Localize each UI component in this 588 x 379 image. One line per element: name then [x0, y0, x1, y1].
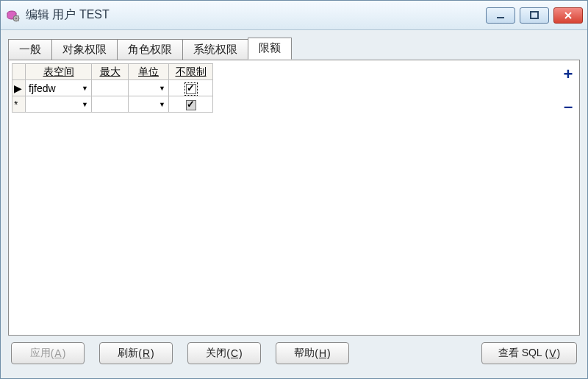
apply-button[interactable]: 应用(A) — [11, 342, 85, 364]
quota-grid[interactable]: 表空间 最大 单位 不限制 ▶ fjfedw ▼ — [12, 63, 213, 113]
unlimited-checkbox[interactable] — [186, 84, 196, 94]
unlimited-checkbox[interactable] — [186, 100, 196, 110]
help-button[interactable]: 帮助(H) — [276, 342, 349, 364]
add-row-button[interactable]: + — [564, 66, 573, 82]
col-max[interactable]: 最大 — [92, 64, 129, 80]
col-tablespace[interactable]: 表空间 — [26, 64, 92, 80]
dropdown-arrow-icon[interactable]: ▼ — [82, 85, 88, 92]
side-buttons: + – — [557, 60, 579, 335]
tab-role-priv[interactable]: 角色权限 — [117, 39, 183, 60]
cell-tablespace-value: fjfedw — [29, 82, 56, 94]
window-buttons — [486, 7, 583, 24]
row-marker: ▶ — [12, 80, 26, 96]
tab-system-priv[interactable]: 系统权限 — [182, 39, 248, 60]
refresh-button[interactable]: 刷新(R) — [99, 342, 173, 364]
tab-bar: 一般 对象权限 角色权限 系统权限 限额 — [8, 36, 580, 60]
maximize-button[interactable] — [520, 7, 549, 24]
cell-max[interactable] — [92, 80, 129, 96]
tab-quota[interactable]: 限额 — [248, 38, 292, 60]
cell-unlimited[interactable] — [169, 96, 213, 113]
cell-tablespace[interactable]: ▼ — [26, 96, 92, 113]
cell-unit[interactable]: ▼ — [129, 96, 169, 113]
minimize-button[interactable] — [486, 7, 515, 24]
client-area: 一般 对象权限 角色权限 系统权限 限额 表空间 最大 单位 不限制 — [1, 30, 587, 378]
dropdown-arrow-icon[interactable]: ▼ — [82, 101, 88, 108]
grid-row[interactable]: * ▼ ▼ — [12, 96, 213, 113]
grid-wrapper: 表空间 最大 单位 不限制 ▶ fjfedw ▼ — [9, 60, 557, 335]
close-dialog-button[interactable]: 关闭(C) — [187, 342, 261, 364]
tab-object-priv[interactable]: 对象权限 — [51, 39, 118, 60]
col-unlimited[interactable]: 不限制 — [169, 64, 213, 80]
cell-unit[interactable]: ▼ — [129, 80, 169, 96]
view-sql-button[interactable]: 查看 SQL (V) — [481, 342, 577, 364]
close-button[interactable] — [553, 7, 583, 24]
dropdown-arrow-icon[interactable]: ▼ — [159, 101, 165, 108]
window: 编辑 用户 TEST 一般 对象权限 角色权限 系统权限 限额 — [0, 0, 588, 379]
window-title: 编辑 用户 TEST — [26, 7, 486, 23]
tab-panel: 表空间 最大 单位 不限制 ▶ fjfedw ▼ — [8, 60, 580, 336]
app-icon — [5, 8, 20, 23]
row-marker: * — [12, 96, 26, 113]
button-bar: 应用(A) 刷新(R) 关闭(C) 帮助(H) 查看 SQL (V) — [8, 336, 580, 371]
titlebar: 编辑 用户 TEST — [1, 1, 587, 30]
grid-row[interactable]: ▶ fjfedw ▼ ▼ — [12, 80, 213, 96]
grid-header-row: 表空间 最大 单位 不限制 — [12, 64, 213, 80]
cell-tablespace[interactable]: fjfedw ▼ — [26, 80, 92, 96]
col-unit[interactable]: 单位 — [129, 64, 169, 80]
remove-row-button[interactable]: – — [564, 99, 573, 115]
dropdown-arrow-icon[interactable]: ▼ — [159, 85, 165, 92]
svg-point-2 — [15, 17, 17, 18]
tab-general[interactable]: 一般 — [8, 39, 52, 60]
cell-unlimited[interactable] — [169, 80, 213, 96]
svg-rect-4 — [531, 12, 538, 18]
cell-max[interactable] — [92, 96, 129, 113]
grid-corner — [12, 64, 26, 80]
